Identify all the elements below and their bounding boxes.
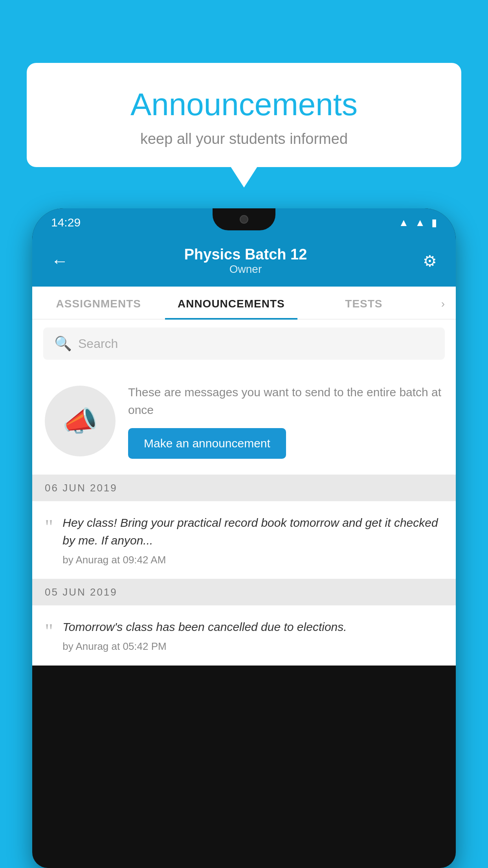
status-bar: 14:29 ▲ ▲ ▮: [32, 208, 456, 237]
battery-icon: ▮: [431, 217, 437, 229]
announcement-text-group-1: Hey class! Bring your practical record b…: [62, 514, 443, 566]
date-label-1: 06 JUN 2019: [45, 482, 117, 494]
date-separator-1: 06 JUN 2019: [32, 475, 456, 501]
back-button[interactable]: ←: [51, 251, 68, 271]
phone-content: 🔍 Search 📣 These are messages you want t…: [32, 320, 456, 666]
app-header: ← Physics Batch 12 Owner ⚙: [32, 237, 456, 287]
announcement-meta-1: by Anurag at 09:42 AM: [62, 554, 443, 566]
search-bar[interactable]: 🔍 Search: [43, 327, 445, 360]
bubble-subtitle: keep all your students informed: [42, 131, 446, 147]
quote-icon-1: ": [45, 517, 53, 537]
promo-icon-circle: 📣: [45, 386, 116, 456]
gear-icon[interactable]: ⚙: [423, 252, 437, 270]
tabs-bar: ASSIGNMENTS ANNOUNCEMENTS TESTS ›: [32, 287, 456, 320]
announcement-item-1[interactable]: " Hey class! Bring your practical record…: [32, 501, 456, 579]
phone-frame: 14:29 ▲ ▲ ▮ ← Physics Batch 12 Owner ⚙ A…: [32, 208, 456, 868]
megaphone-icon: 📣: [62, 405, 98, 438]
speech-bubble: Announcements keep all your students inf…: [27, 63, 461, 167]
header-title-group: Physics Batch 12 Owner: [184, 246, 307, 276]
announcement-meta-2: by Anurag at 05:42 PM: [62, 640, 443, 653]
tab-announcements[interactable]: ANNOUNCEMENTS: [165, 287, 298, 319]
announcement-text-group-2: Tomorrow's class has been cancelled due …: [62, 618, 443, 653]
header-title: Physics Batch 12: [184, 246, 307, 263]
make-announcement-button[interactable]: Make an announcement: [128, 428, 286, 459]
announcement-text-1: Hey class! Bring your practical record b…: [62, 514, 443, 549]
announcement-promo: 📣 These are messages you want to send to…: [32, 368, 456, 475]
status-icons: ▲ ▲ ▮: [399, 217, 437, 229]
signal-icon: ▲: [415, 217, 425, 229]
quote-icon-2: ": [45, 621, 53, 642]
tab-more[interactable]: ›: [430, 287, 456, 319]
date-label-2: 05 JUN 2019: [45, 586, 117, 598]
tab-assignments[interactable]: ASSIGNMENTS: [32, 287, 165, 319]
promo-right: These are messages you want to send to t…: [128, 383, 443, 459]
wifi-icon: ▲: [399, 217, 409, 229]
search-placeholder: Search: [78, 337, 118, 351]
tab-tests[interactable]: TESTS: [297, 287, 430, 319]
announcement-item-2[interactable]: " Tomorrow's class has been cancelled du…: [32, 605, 456, 666]
search-container: 🔍 Search: [32, 320, 456, 368]
phone-camera: [240, 215, 248, 224]
announcement-text-2: Tomorrow's class has been cancelled due …: [62, 618, 443, 636]
status-time: 14:29: [51, 216, 81, 229]
promo-text: These are messages you want to send to t…: [128, 383, 443, 419]
date-separator-2: 05 JUN 2019: [32, 579, 456, 605]
header-subtitle: Owner: [184, 263, 307, 276]
phone-notch: [213, 208, 275, 230]
search-icon: 🔍: [54, 335, 72, 352]
bubble-title: Announcements: [42, 86, 446, 123]
